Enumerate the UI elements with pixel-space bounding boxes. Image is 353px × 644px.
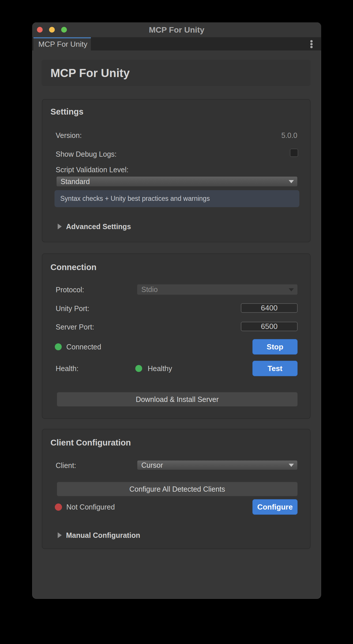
health-status-text: Healthy [148,364,172,373]
version-label: Version: [56,131,82,140]
foldout-arrow-icon [58,532,62,538]
client-label: Client: [56,461,76,470]
download-install-server-button[interactable]: Download & Install Server [57,392,298,407]
tab-mcp-for-unity[interactable]: MCP For Unity [33,37,91,50]
connection-status-dot [55,343,62,350]
page-title: MCP For Unity [50,67,130,80]
validation-level-value: Standard [61,177,90,186]
kebab-menu-icon[interactable] [307,40,316,48]
foldout-arrow-icon [58,224,62,229]
validation-help-text: Syntax checks + Unity best practices and… [60,195,210,203]
version-value: 5.0.0 [281,131,297,140]
manual-configuration-foldout[interactable]: Manual Configuration [58,531,140,540]
validation-level-dropdown[interactable]: Standard [56,176,298,187]
client-status-dot [55,503,62,511]
settings-section: Settings Version: 5.0.0 Show Debug Logs:… [42,99,311,242]
window-titlebar: MCP For Unity [32,23,321,37]
manual-configuration-label: Manual Configuration [66,531,140,540]
client-configuration-title: Client Configuration [50,438,131,448]
validation-helpbox: Syntax checks + Unity best practices and… [55,190,299,207]
client-configuration-section: Client Configuration Client: Cursor Conf… [42,429,311,549]
configure-button[interactable]: Configure [252,499,298,515]
connection-status-text: Connected [66,342,101,351]
client-dropdown[interactable]: Cursor [137,460,298,470]
debug-logs-label: Show Debug Logs: [56,150,117,158]
chevron-down-icon [289,464,294,467]
server-port-field[interactable] [241,322,298,331]
chevron-down-icon [289,288,294,291]
client-status-text: Not Configured [66,503,115,511]
window-title: MCP For Unity [32,23,321,37]
protocol-label: Protocol: [56,285,84,294]
validation-level-label: Script Validation Level: [56,165,128,174]
client-value: Cursor [141,461,163,469]
server-port-label: Server Port: [56,323,94,331]
protocol-dropdown: Stdio [137,284,298,295]
connection-section: Connection Protocol: Stdio Unity Port: S… [42,253,311,419]
health-label: Health: [56,364,78,373]
page-header: MCP For Unity [42,60,311,86]
test-button[interactable]: Test [252,361,298,376]
unity-port-field[interactable] [241,303,298,313]
protocol-value: Stdio [141,285,158,294]
health-status-dot [135,365,142,372]
configure-all-clients-button[interactable]: Configure All Detected Clients [57,482,298,496]
unity-port-label: Unity Port: [56,304,89,313]
connection-title: Connection [50,263,97,272]
chevron-down-icon [289,180,294,183]
advanced-settings-foldout[interactable]: Advanced Settings [58,222,131,231]
unity-editor-window: MCP For Unity MCP For Unity MCP For Unit… [32,23,321,599]
advanced-settings-label: Advanced Settings [66,222,131,231]
stop-button[interactable]: Stop [252,339,298,355]
debug-logs-checkbox[interactable] [290,149,298,157]
settings-title: Settings [50,107,83,117]
editor-tab-bar: MCP For Unity [32,37,321,50]
